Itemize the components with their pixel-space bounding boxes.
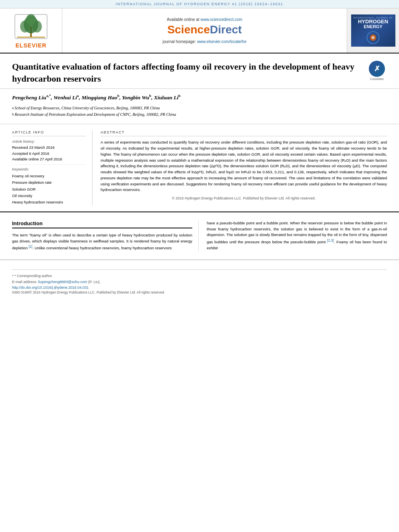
- author-email-link[interactable]: liupengcheng8883@sohu.com: [38, 280, 87, 284]
- svg-point-5: [26, 14, 36, 25]
- article-title-container: Quantitative evaluation of factors affec…: [12, 61, 361, 84]
- article-info-abstract-section: ARTICLE INFO Article history: Received 2…: [0, 124, 399, 212]
- sciencedirect-section: Available online at www.sciencedirect.co…: [62, 8, 347, 53]
- abstract-title: ABSTRACT: [101, 130, 387, 136]
- keyword-5: Heavy hydrocarbon reservoirs: [12, 199, 86, 205]
- email-note: E-mail address: liupengcheng8883@sohu.co…: [12, 279, 387, 285]
- crossmark-label: CrossMark: [370, 78, 384, 80]
- article-info-title: ARTICLE INFO: [12, 130, 86, 136]
- body-left-column: Introduction The term “foamy oil” is oft…: [12, 220, 199, 251]
- crossmark-badge[interactable]: ✗ CrossMark: [367, 61, 387, 80]
- keyword-4: Oil viscosity: [12, 193, 86, 199]
- cover-energy-label: ENERGY: [364, 24, 382, 29]
- doi-link[interactable]: http://dx.doi.org/10.1016/j.ijhydene.201…: [12, 286, 88, 290]
- cover-hydrogen-label: HYDROGEN: [358, 19, 388, 24]
- journal-cover-image: International Journal of HYDROGEN ENERGY: [351, 14, 395, 47]
- abstract-copyright: © 2016 Hydrogen Energy Publications LLC.…: [101, 196, 387, 200]
- keywords-label: Keywords:: [12, 167, 86, 171]
- article-info-panel: ARTICLE INFO Article history: Received 2…: [12, 130, 93, 205]
- footer-divider: [12, 269, 387, 270]
- article-title-section: Quantitative evaluation of factors affec…: [0, 53, 399, 89]
- keyword-2: Pressure depletion rate: [12, 179, 86, 186]
- accepted-date: Accepted 6 April 2016: [12, 151, 86, 156]
- elsevier-wordmark: ELSEVIER: [15, 42, 46, 49]
- journal-cover-section: International Journal of HYDROGEN ENERGY: [347, 8, 399, 53]
- authors-list: Pengcheng Liua,*, Wenhui Lia, Mingqiang …: [12, 93, 387, 102]
- elsevier-tree-icon: [13, 12, 49, 41]
- online-date: Available online 27 April 2016: [12, 156, 86, 162]
- sciencedirect-url[interactable]: www.sciencedirect.com: [200, 17, 242, 22]
- ref-1: [1]: [29, 244, 32, 249]
- footer-copyright: 0360-3199/© 2016 Hydrogen Energy Publica…: [12, 290, 387, 294]
- body-content: Introduction The term “foamy oil” is oft…: [0, 212, 399, 260]
- svg-point-9: [372, 36, 375, 39]
- available-online-text: Available online at www.sciencedirect.co…: [167, 17, 243, 22]
- article-main-title: Quantitative evaluation of factors affec…: [12, 61, 361, 84]
- journal-homepage-text: journal homepage: www.elsevier.com/locat…: [162, 39, 246, 44]
- corresponding-author-note: * * Corresponding author.: [12, 273, 387, 279]
- received-date: Received 23 March 2016: [12, 145, 86, 150]
- crossmark-icon: ✗: [369, 61, 385, 77]
- doi-note: http://dx.doi.org/10.1016/j.ijhydene.201…: [12, 285, 387, 290]
- authors-section: Pengcheng Liua,*, Wenhui Lia, Mingqiang …: [0, 89, 399, 124]
- page-footer: * * Corresponding author. E-mail address…: [0, 260, 399, 298]
- elsevier-logo-section: ELSEVIER: [0, 8, 62, 53]
- elsevier-logo: ELSEVIER: [13, 12, 49, 49]
- sciencedirect-logo: ScienceDirect: [167, 23, 242, 36]
- intro-left-text: The term “foamy oil” is often used to de…: [12, 232, 192, 251]
- keyword-1: Foamy oil recovery: [12, 173, 86, 179]
- abstract-panel: ABSTRACT A series of experiments was con…: [101, 130, 387, 205]
- abstract-text: A series of experiments was conducted to…: [101, 140, 387, 193]
- affiliation-b: b Research Institute of Petroleum Explor…: [12, 111, 387, 118]
- article-history-label: Article history:: [12, 140, 86, 144]
- journal-banner: INTERNATIONAL JOURNAL OF HYDROGEN ENERGY…: [0, 0, 399, 8]
- introduction-title: Introduction: [12, 220, 192, 228]
- keyword-3: Solution GOR: [12, 186, 86, 193]
- affiliations: a School of Energy Resources, China Univ…: [12, 105, 387, 118]
- keywords-list: Foamy oil recovery Pressure depletion ra…: [12, 173, 86, 205]
- intro-right-text: have a pseudo-bubble point and a bubble …: [207, 220, 387, 251]
- footer-notes: * * Corresponding author. E-mail address…: [12, 273, 387, 290]
- affiliation-a: a School of Energy Resources, China Univ…: [12, 105, 387, 111]
- ref-2-3: [2,3]: [327, 238, 334, 242]
- banner-text: INTERNATIONAL JOURNAL OF HYDROGEN ENERGY…: [116, 2, 284, 6]
- cover-globe-icon: [366, 31, 380, 45]
- journal-header: ELSEVIER Available online at www.science…: [0, 8, 399, 53]
- article-dates: Received 23 March 2016 Accepted 6 April …: [12, 145, 86, 165]
- body-right-column: have a pseudo-bubble point and a bubble …: [207, 220, 387, 251]
- journal-homepage-url[interactable]: www.elsevier.com/locate/he: [197, 39, 247, 44]
